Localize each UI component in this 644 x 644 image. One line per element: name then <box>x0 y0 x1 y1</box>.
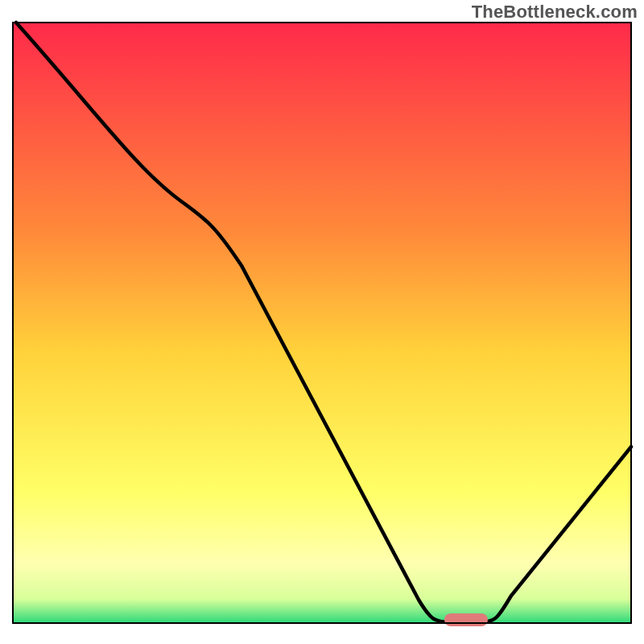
bottleneck-chart <box>0 0 644 644</box>
optimal-range-marker <box>444 613 488 626</box>
gradient-background <box>13 23 631 623</box>
watermark-text: TheBottleneck.com <box>472 2 638 23</box>
plot-area <box>13 23 631 626</box>
chart-container: TheBottleneck.com <box>0 0 644 644</box>
